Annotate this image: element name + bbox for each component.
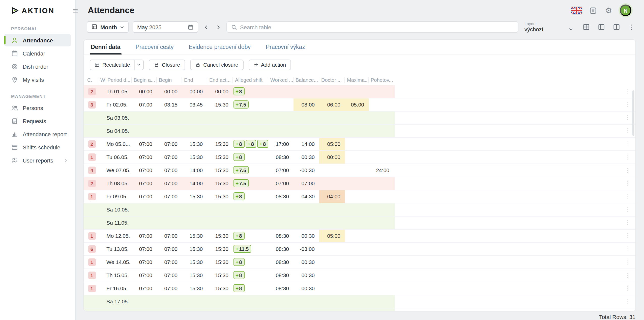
row-menu-button[interactable]: ⋮	[620, 151, 635, 164]
sidebar-section-label: PERSONAL	[11, 26, 64, 31]
add-action-button[interactable]: Add action	[248, 60, 291, 70]
column-header-end-act[interactable]: End act...	[207, 77, 233, 83]
settings-gear-icon[interactable]: ⚙	[604, 6, 613, 15]
column-header-period-d[interactable]: Period d...	[105, 77, 132, 83]
sidebar-toggle-icon[interactable]	[71, 7, 79, 15]
table-row[interactable]: 1Fr 16.05.07:0007:0015:3015:30+808:3000:…	[84, 282, 635, 295]
table-row[interactable]: 1Fr 09.05.07:0007:0015:3015:30+808:3004:…	[84, 190, 635, 203]
column-header-c[interactable]: C.	[85, 77, 98, 83]
sidebar-item-dish-order[interactable]: Dish order	[4, 60, 71, 73]
table-row[interactable]: 2Th 08.05.07:0007:0014:0015:30+7.507:000…	[84, 177, 635, 190]
split-columns-icon[interactable]	[612, 23, 621, 32]
row-menu-button[interactable]: ⋮	[620, 308, 635, 311]
closure-button[interactable]: Closure	[149, 60, 185, 70]
cell-doctor: 05:00	[319, 138, 345, 150]
column-header-doctor[interactable]: Doctor ...	[319, 77, 345, 83]
sidebar-item-user-reports[interactable]: User reports	[4, 154, 71, 167]
column-header-worked[interactable]: Worked ...	[268, 77, 294, 83]
layout-select[interactable]: Layout výchozí	[524, 22, 573, 33]
row-spacer	[395, 190, 620, 203]
column-header-begin-a[interactable]: Begin a...	[132, 77, 157, 83]
uk-flag-language-icon[interactable]	[571, 7, 582, 14]
sidebar-item-shifts-schedule[interactable]: Shifts schedule	[4, 141, 71, 153]
cell-count: 1	[85, 282, 98, 295]
table-row[interactable]: ⋮	[84, 308, 635, 311]
table-row[interactable]: 2Th 01.05.00:0000:0000:0000:00+8⋮	[84, 85, 635, 98]
row-menu-button[interactable]: ⋮	[620, 243, 635, 255]
tab-evidence-pracovn-doby[interactable]: Evidence pracovní doby	[188, 40, 252, 55]
content-card: Denní dataPracovní cestyEvidence pracovn…	[83, 39, 636, 312]
row-menu-button[interactable]: ⋮	[620, 295, 635, 308]
cell-doctor	[319, 308, 345, 311]
row-menu-button[interactable]: ⋮	[620, 217, 635, 229]
sidebar-item-attendance-report[interactable]: Attendance report	[4, 128, 71, 140]
cancel-closure-button[interactable]: Cancel closure	[190, 60, 243, 70]
table-row[interactable]: Sa 03.05.⋮	[84, 112, 635, 125]
column-header-end[interactable]: End	[182, 77, 207, 83]
prev-period-button[interactable]	[202, 22, 210, 32]
cell-period-date: Su 04.05.	[105, 125, 132, 137]
search-box[interactable]	[226, 21, 518, 33]
scrollbar-thumb[interactable]	[632, 90, 634, 136]
recalculate-button[interactable]: Recalculate	[90, 60, 134, 70]
plus-sign: +	[236, 102, 239, 107]
toolbar-more-icon[interactable]: ⋮	[627, 23, 636, 32]
sidebar-item-my-visits[interactable]: My visits	[4, 73, 71, 86]
cell-begin: 07:00	[157, 190, 182, 203]
cell-end: 15:30	[182, 256, 207, 269]
cell-worked	[268, 112, 294, 124]
sidebar-layout-icon[interactable]	[597, 23, 606, 32]
row-menu-button[interactable]: ⋮	[620, 256, 635, 269]
sidebar-item-calendar[interactable]: Calendar	[4, 47, 71, 60]
table-row[interactable]: Su 04.05.⋮	[84, 125, 635, 138]
table-row[interactable]: 4We 07.05.07:0007:0014:0015:30+7.507:00-…	[84, 164, 635, 177]
row-menu-button[interactable]: ⋮	[620, 203, 635, 216]
table-grid-icon[interactable]	[581, 23, 591, 32]
cell-worked	[268, 85, 294, 98]
table-row[interactable]: 1Tu 06.05.07:0007:0015:3015:30+808:3000:…	[84, 151, 635, 164]
next-period-button[interactable]	[214, 22, 222, 32]
tab-pracovn-cesty[interactable]: Pracovní cesty	[135, 40, 175, 55]
cell-worked	[268, 125, 294, 137]
table-row[interactable]: Su 11.05.⋮	[84, 217, 635, 230]
sidebar-item-label: User reports	[23, 157, 53, 163]
row-menu-button[interactable]: ⋮	[620, 269, 635, 282]
table-row[interactable]: 3Fr 02.05.07:0003:1503:4515:30+7.508:000…	[84, 98, 635, 112]
date-picker-field[interactable]: May 2025	[133, 21, 198, 33]
table-row[interactable]: Sa 17.05.⋮	[84, 295, 635, 308]
info-panel-icon[interactable]	[589, 6, 598, 15]
tab-denn-data[interactable]: Denní data	[90, 40, 122, 55]
row-menu-button[interactable]: ⋮	[620, 282, 635, 295]
period-select-button[interactable]: Month	[87, 21, 129, 33]
row-menu-button[interactable]: ⋮	[620, 190, 635, 203]
table-row[interactable]: 1Mo 12.05.07:0007:0015:3015:30+808:3000:…	[84, 230, 635, 243]
button-label: Add action	[261, 62, 286, 68]
column-header-balance[interactable]: Balance...	[294, 77, 319, 83]
row-menu-button[interactable]: ⋮	[620, 164, 635, 177]
recalculate-menu-button[interactable]	[134, 60, 143, 70]
table-row[interactable]: 1Th 15.05.07:0007:0015:3015:30+808:3000:…	[84, 269, 635, 282]
cell-period-date: We 14.05.	[105, 256, 132, 269]
cell-end-actual: 15:30	[207, 138, 233, 150]
sidebar-item-persons[interactable]: Persons	[4, 101, 71, 114]
recalculate-icon	[94, 62, 100, 68]
column-header-w[interactable]: W	[98, 77, 105, 83]
row-menu-button[interactable]: ⋮	[620, 230, 635, 242]
tab-pracovn-v-kaz[interactable]: Pracovní výkaz	[265, 40, 306, 55]
sidebar-item-requests[interactable]: Requests	[4, 115, 71, 127]
search-input[interactable]	[240, 24, 514, 30]
column-header-alleged-shift[interactable]: Alleged shift	[233, 77, 268, 83]
row-menu-button[interactable]: ⋮	[620, 177, 635, 190]
cell-doctor: 04:00	[319, 190, 345, 203]
sidebar-item-attendance[interactable]: Attendance	[4, 34, 71, 46]
row-columns: 1Fr 16.05.07:0007:0015:3015:30+808:3000:…	[84, 282, 395, 295]
column-header-pohotov[interactable]: Pohotov...	[369, 77, 394, 83]
column-header-begin[interactable]: Begin	[157, 77, 182, 83]
column-header-maxima[interactable]: Maxima...	[345, 77, 369, 83]
user-avatar[interactable]: N	[620, 5, 631, 16]
table-row[interactable]: 2Mo 05.0...07:0007:0015:3015:30+8+8+817:…	[84, 138, 635, 151]
table-row[interactable]: 1We 14.05.07:0007:0015:3015:30+808:3000:…	[84, 256, 635, 269]
row-menu-button[interactable]: ⋮	[620, 138, 635, 150]
table-row[interactable]: Sa 10.05.⋮	[84, 203, 635, 217]
table-row[interactable]: 6Tu 13.05.07:0007:0015:3015:30+11.508:30…	[84, 243, 635, 256]
